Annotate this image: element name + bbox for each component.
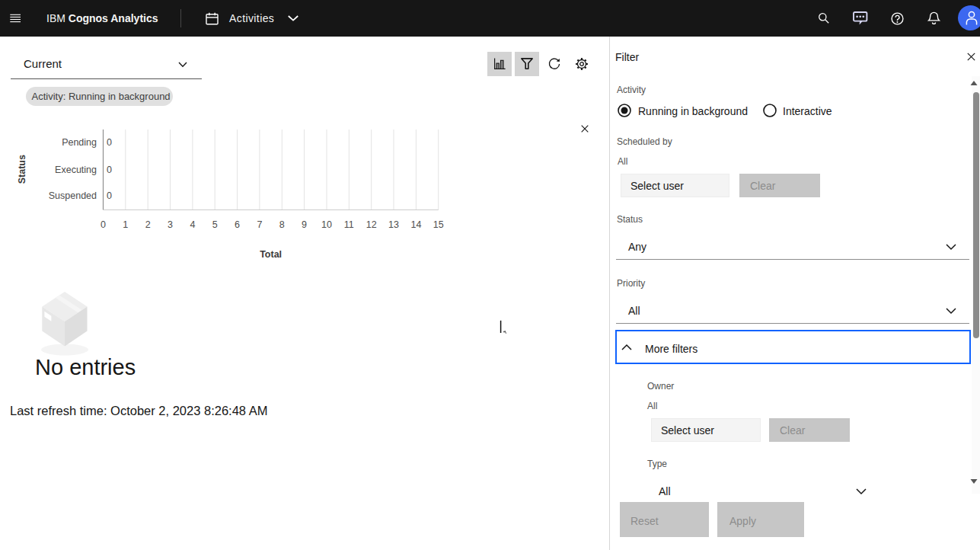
svg-text:13: 13 [388,219,399,230]
svg-text:0: 0 [101,219,106,230]
svg-text:0: 0 [107,190,112,201]
svg-text:9: 9 [302,219,307,230]
svg-text:Suspended: Suspended [49,190,97,201]
svg-text:0: 0 [107,165,112,175]
svg-text:Status: Status [18,155,28,184]
svg-text:8: 8 [279,219,285,230]
svg-text:7: 7 [257,219,262,230]
svg-text:6: 6 [235,219,240,230]
svg-text:10: 10 [321,219,332,230]
svg-text:15: 15 [433,219,444,230]
svg-text:11: 11 [344,219,354,230]
svg-text:4: 4 [190,219,195,230]
svg-text:1: 1 [123,219,128,230]
svg-text:12: 12 [366,219,377,230]
svg-text:Pending: Pending [62,137,97,148]
svg-text:14: 14 [410,219,421,230]
svg-text:5: 5 [212,219,218,230]
svg-text:2: 2 [145,219,151,230]
svg-text:Executing: Executing [55,165,97,175]
svg-text:Total: Total [260,249,282,260]
svg-text:3: 3 [168,219,173,230]
svg-text:0: 0 [107,137,112,148]
